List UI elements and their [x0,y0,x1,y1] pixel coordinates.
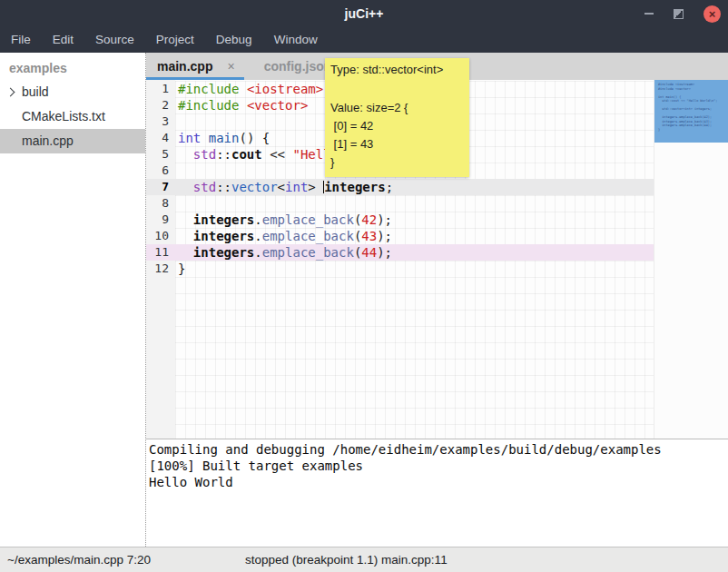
menu-item-edit[interactable]: Edit [42,27,84,53]
line-number[interactable]: 10 [146,228,175,244]
debug-value-tooltip: Type: std::vector<int> Value: size=2 { [… [325,58,469,177]
menu-item-project[interactable]: Project [145,27,205,53]
line-number[interactable]: 1 [146,81,175,97]
minimap-viewport[interactable]: #include <iostream>#include <vector> int… [654,80,728,143]
token-plain: . [254,229,261,243]
sidebar-item-main-cpp[interactable]: main.cpp [0,129,145,153]
menu-item-window[interactable]: Window [263,27,329,53]
token-str: <vector> [247,98,308,113]
code-row: 8 [146,195,654,212]
token-plain: << [262,147,293,162]
chevron-right-icon [6,88,15,97]
token-pre: #include [178,98,239,113]
token-plain: ); [377,245,392,260]
code-row: 12} [146,261,654,277]
token-kw: int [178,131,201,145]
code-line[interactable]: integers.emplace_back(43); [175,228,654,244]
console-line: Hello World [149,474,728,490]
code-line[interactable]: integers.emplace_back(42); [175,212,654,228]
restore-icon[interactable] [674,9,684,19]
token-mem: emplace_back [262,212,354,227]
code-line[interactable]: std::vector<int> integers; [175,179,654,195]
line-number[interactable]: 11 [146,244,175,261]
token-type: vector [231,180,278,194]
line-number[interactable]: 2 [146,97,175,113]
line-number[interactable]: 12 [146,261,175,277]
token-num: 44 [361,245,377,260]
sidebar-item-label: main.cpp [22,133,74,148]
debug-status: stopped (breakpoint 1.1) main.cpp:11 [245,547,448,572]
tooltip-value-line: Value: size=2 { [330,99,464,117]
line-number[interactable]: 6 [146,163,175,179]
sidebar-item-label: CMakeLists.txt [22,109,105,123]
sidebar-item-cmakelists-txt[interactable]: CMakeLists.txt [0,104,145,129]
tooltip-value-line: } [330,153,464,172]
titlebar: juCi++ × [0,0,728,27]
line-number[interactable]: 3 [146,113,175,130]
code-row: 9 integers.emplace_back(42); [146,212,654,228]
line-number[interactable]: 4 [146,130,175,146]
cursor-location: ~/examples/main.cpp 7:20 [7,547,151,572]
line-number[interactable]: 9 [146,212,175,228]
tooltip-value-line: [0] = 42 [330,117,464,135]
tooltip-value-lines: Value: size=2 { [0] = 42 [1] = 43} [330,99,464,172]
line-number[interactable]: 8 [146,195,175,212]
token-plain [239,82,246,96]
token-plain: ); [377,229,392,243]
code-line[interactable]: } [175,261,654,277]
token-plain: . [254,212,261,227]
token-plain: () { [239,131,270,145]
tab-label: main.cpp [157,59,212,74]
code-row: 7 std::vector<int> integers; [146,179,654,195]
line-number[interactable]: 5 [146,146,175,163]
menu-item-debug[interactable]: Debug [205,27,263,53]
line-number[interactable]: 7 [146,179,175,195]
token-str: <iostream> [247,82,323,96]
token-plain [178,229,193,243]
code-row: 10 integers.emplace_back(43); [146,228,654,244]
sidebar-item-build[interactable]: build [0,80,145,104]
token-plain: ; [386,180,393,194]
token-plain [201,131,208,145]
tab-label: config.json [264,59,332,74]
file-tree: buildCMakeLists.txtmain.cpp [0,80,145,153]
token-plain: < [278,180,285,194]
token-plain: > [308,180,323,194]
close-icon[interactable]: × [703,5,721,23]
token-fn: main [209,131,240,145]
menu-bar: FileEditSourceProjectDebugWindow [0,27,728,53]
token-plain: :: [216,180,231,194]
token-ns: std [193,147,216,162]
console-line: Compiling and debugging /home/eidheim/ex… [149,441,728,458]
menu-item-source[interactable]: Source [84,27,145,53]
token-plain: } [178,261,185,276]
minimize-icon[interactable] [644,13,654,15]
minimap[interactable]: #include <iostream>#include <vector> int… [654,80,728,439]
tooltip-value-line: [1] = 43 [330,135,464,153]
token-plain [178,180,193,194]
token-id: integers [324,180,385,194]
status-bar: ~/examples/main.cpp 7:20 stopped (breakp… [0,547,728,572]
menu-item-file[interactable]: File [0,27,42,53]
token-plain: ); [377,212,392,227]
tab-main-cpp[interactable]: main.cpp× [146,53,244,80]
window-title: juCi++ [0,0,728,27]
console-output[interactable]: Compiling and debugging /home/eidheim/ex… [146,439,728,547]
token-plain: :: [216,147,231,162]
code-line[interactable] [175,195,654,212]
token-num: 42 [361,212,377,227]
token-plain [239,98,246,113]
project-name: examples [0,53,145,80]
token-id: integers [193,245,254,260]
code-line[interactable]: integers.emplace_back(44); [175,244,654,261]
tab-close-icon[interactable]: × [227,60,234,73]
tooltip-type-line: Type: std::vector<int> [330,62,464,78]
token-plain: . [254,245,261,260]
file-tree-panel: examples buildCMakeLists.txtmain.cpp [0,53,145,547]
token-mem: emplace_back [262,245,354,260]
token-plain [178,245,193,260]
token-pre: #include [178,82,239,96]
token-num: 43 [361,229,377,243]
token-id: integers [193,229,254,243]
token-mem: emplace_back [262,229,354,243]
